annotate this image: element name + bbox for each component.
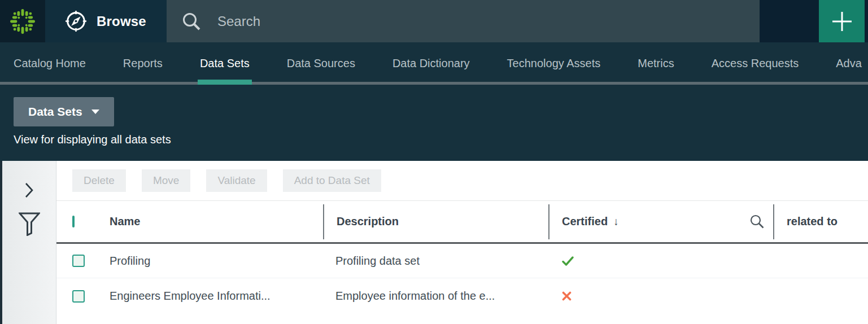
tab-metrics[interactable]: Metrics — [638, 42, 674, 85]
table-header-row: Name Description Certified ↓ related to — [56, 201, 868, 244]
collibra-logo-icon — [10, 8, 36, 34]
search-icon — [181, 11, 202, 32]
move-button[interactable]: Move — [142, 169, 190, 192]
row-select-cell — [56, 278, 108, 314]
sort-descending-icon[interactable]: ↓ — [613, 216, 619, 228]
filter-button[interactable] — [16, 212, 43, 237]
select-all-checkbox[interactable] — [72, 216, 75, 227]
table-row[interactable]: Engineers Employee Informati... Employee… — [56, 278, 868, 314]
column-header-description[interactable]: Description — [323, 204, 548, 239]
certified-check-icon — [562, 256, 574, 266]
view-description: View for displaying all data sets — [14, 133, 868, 146]
compass-icon — [64, 10, 88, 33]
browse-button[interactable]: Browse — [45, 0, 167, 42]
column-header-certified[interactable]: Certified ↓ — [548, 204, 773, 239]
home-logo-button[interactable] — [0, 0, 45, 42]
expand-sidebar-button[interactable] — [16, 178, 43, 203]
plus-icon — [831, 11, 853, 32]
content-area: Delete Move Validate Add to Data Set Nam… — [0, 161, 868, 324]
row-checkbox[interactable] — [72, 290, 85, 303]
table-row[interactable]: Profiling Profiling data set — [56, 244, 868, 278]
tab-data-sets[interactable]: Data Sets — [200, 42, 250, 85]
catalog-nav: Catalog Home Reports Data Sets Data Sour… — [0, 42, 868, 85]
cell-name[interactable]: Profiling — [108, 244, 323, 278]
cell-description: Employee information of the e... — [323, 278, 548, 314]
bulk-actions-toolbar: Delete Move Validate Add to Data Set — [56, 161, 868, 201]
chevron-right-icon — [25, 182, 34, 198]
view-header: Data Sets View for displaying all data s… — [0, 85, 868, 161]
tab-data-sources[interactable]: Data Sources — [287, 42, 355, 85]
topbar-edge — [865, 0, 868, 42]
cell-certified — [548, 244, 773, 278]
cell-certified — [548, 278, 773, 314]
global-search-bar[interactable] — [167, 0, 760, 42]
certified-header-label: Certified — [562, 215, 608, 228]
data-sets-table: Delete Move Validate Add to Data Set Nam… — [56, 161, 868, 324]
cell-related-to — [773, 244, 868, 278]
search-input[interactable] — [217, 14, 669, 29]
topbar-spacer — [760, 0, 819, 42]
tab-reports[interactable]: Reports — [123, 42, 163, 85]
cell-name[interactable]: Engineers Employee Informati... — [108, 278, 323, 314]
select-all-cell — [56, 217, 108, 227]
browse-label: Browse — [97, 14, 146, 29]
filter-sidebar — [2, 161, 56, 324]
cell-related-to — [773, 278, 868, 314]
tab-access-requests[interactable]: Access Requests — [712, 42, 799, 85]
chevron-down-icon — [91, 110, 99, 114]
add-to-data-set-button[interactable]: Add to Data Set — [283, 169, 381, 192]
tab-advanced-truncated[interactable]: Adva — [836, 42, 862, 85]
app-root: Browse Catalog Home Reports Data Sets Da… — [0, 0, 868, 324]
cell-description: Profiling data set — [323, 244, 548, 278]
topbar: Browse — [0, 0, 868, 42]
column-search-icon[interactable] — [749, 214, 765, 229]
tab-technology-assets[interactable]: Technology Assets — [507, 42, 601, 85]
filter-funnel-icon — [19, 212, 40, 236]
column-header-related-to[interactable]: related to — [773, 204, 868, 239]
row-checkbox[interactable] — [72, 255, 85, 267]
tab-data-dictionary[interactable]: Data Dictionary — [392, 42, 470, 85]
delete-button[interactable]: Delete — [72, 169, 126, 192]
not-certified-x-icon — [562, 291, 572, 301]
row-select-cell — [56, 244, 108, 278]
view-selector-label: Data Sets — [28, 105, 82, 119]
column-header-name[interactable]: Name — [108, 201, 323, 242]
tab-catalog-home[interactable]: Catalog Home — [14, 42, 86, 85]
add-asset-button[interactable] — [819, 0, 865, 42]
view-selector-button[interactable]: Data Sets — [14, 97, 114, 126]
validate-button[interactable]: Validate — [206, 169, 267, 192]
